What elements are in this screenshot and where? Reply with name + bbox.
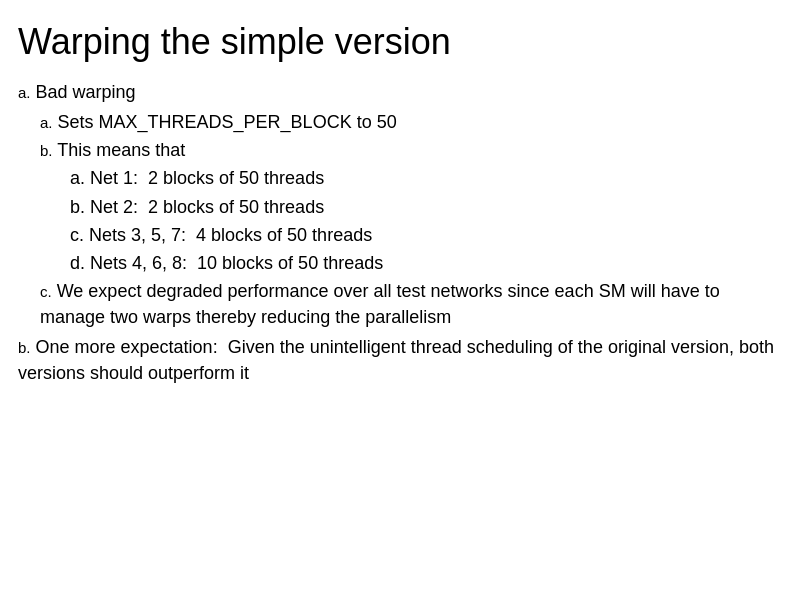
net1-text: a. Net 1: 2 blocks of 50 threads (70, 168, 324, 188)
section-net1: a. Net 1: 2 blocks of 50 threads (70, 165, 780, 191)
page-title: Warping the simple version (18, 20, 780, 63)
nets357-text: c. Nets 3, 5, 7: 4 blocks of 50 threads (70, 225, 372, 245)
section-a-sub-c-text: We expect degraded performance over all … (40, 281, 720, 327)
section-a-sub-a: a. Sets MAX_THREADS_PER_BLOCK to 50 (40, 109, 780, 135)
content-area: a. Bad warping a. Sets MAX_THREADS_PER_B… (18, 79, 780, 386)
net2-text: b. Net 2: 2 blocks of 50 threads (70, 197, 324, 217)
section-a-sub-a-text: Sets MAX_THREADS_PER_BLOCK to 50 (58, 112, 397, 132)
section-a-sub-b: b. This means that (40, 137, 780, 163)
section-net2: b. Net 2: 2 blocks of 50 threads (70, 194, 780, 220)
label-a-sub-b: b. (40, 142, 53, 159)
label-a: a. (18, 84, 31, 101)
page: Warping the simple version a. Bad warpin… (0, 0, 800, 600)
section-a-text: Bad warping (36, 82, 136, 102)
section-a: a. Bad warping (18, 79, 780, 105)
label-b: b. (18, 339, 31, 356)
section-nets357: c. Nets 3, 5, 7: 4 blocks of 50 threads (70, 222, 780, 248)
section-b: b. One more expectation: Given the unint… (18, 334, 780, 386)
nets468-text: d. Nets 4, 6, 8: 10 blocks of 50 threads (70, 253, 383, 273)
label-a-sub-c: c. (40, 283, 52, 300)
section-b-text: One more expectation: Given the unintell… (18, 337, 774, 383)
label-a-sub-a: a. (40, 114, 53, 131)
section-a-sub-b-text: This means that (57, 140, 185, 160)
section-a-sub-c: c. We expect degraded performance over a… (40, 278, 780, 330)
section-nets468: d. Nets 4, 6, 8: 10 blocks of 50 threads (70, 250, 780, 276)
